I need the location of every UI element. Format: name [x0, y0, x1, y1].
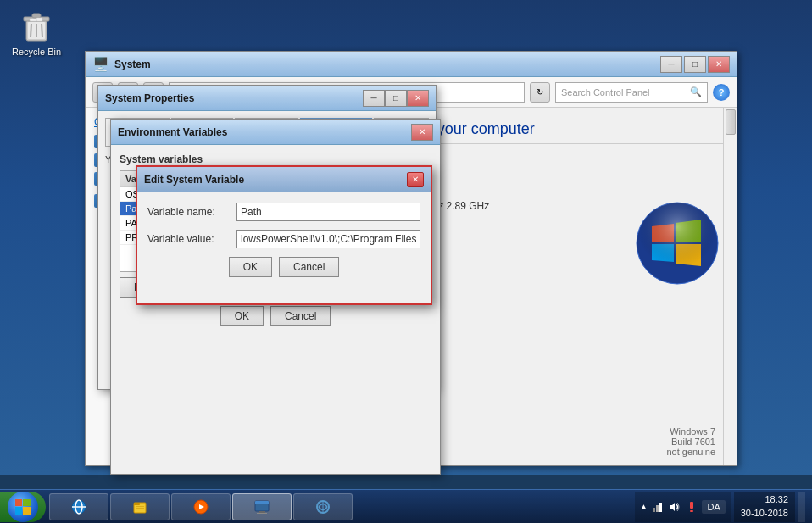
taskbar-item-network[interactable] — [293, 493, 353, 520]
volume-icon — [669, 501, 681, 513]
windows-logo — [635, 201, 720, 286]
editvar-close[interactable]: ✕ — [407, 172, 424, 187]
start-orb — [8, 492, 38, 522]
system-tray: ▲ — [635, 492, 731, 522]
sysprop-title: System Properties — [105, 92, 363, 104]
svg-rect-7 — [30, 19, 36, 21]
taskbar-item-cp[interactable] — [232, 493, 292, 520]
windows-start-logo — [14, 498, 32, 516]
desktop: Recycle Bin 🖥️ System ─ □ ✕ ◀ ▶ ▼ 📁 Cont… — [0, 0, 812, 475]
var-value-input[interactable] — [236, 230, 420, 248]
svg-line-6 — [42, 24, 42, 37]
svg-rect-27 — [656, 505, 659, 512]
sysprop-titlebar: System Properties ─ □ ✕ — [98, 86, 436, 111]
close-button[interactable]: ✕ — [708, 56, 730, 73]
var-name-input[interactable] — [236, 203, 420, 221]
minimize-button[interactable]: ─ — [660, 56, 682, 73]
expand-tray-icon[interactable]: ▲ — [640, 502, 648, 511]
svg-rect-15 — [134, 503, 140, 505]
svg-line-4 — [31, 24, 31, 37]
clock-date: 30-10-2018 — [741, 507, 788, 520]
envvar-title: Environment Variables — [118, 126, 411, 138]
help-button[interactable]: ? — [713, 84, 730, 101]
sysprop-maximize[interactable]: □ — [385, 90, 407, 107]
editvar-cancel-button[interactable]: Cancel — [279, 257, 339, 277]
envvar-close[interactable]: ✕ — [411, 124, 433, 141]
editvar-ok-button[interactable]: OK — [229, 257, 272, 277]
explorer-icon — [131, 498, 148, 515]
svg-rect-21 — [255, 501, 269, 504]
taskbar-item-media[interactable] — [171, 493, 231, 520]
edit-variable-dialog: Edit System Variable ✕ Variable name: Va… — [136, 165, 432, 305]
windows-genuine: not genuine — [667, 447, 716, 457]
system-vars-label: System variables — [120, 153, 431, 165]
editvar-buttons: OK Cancel — [147, 257, 420, 277]
envvar-titlebar: Environment Variables ✕ — [111, 120, 440, 145]
envvar-ok-cancel: OK Cancel — [120, 306, 431, 326]
network-tray-icon — [651, 500, 665, 514]
ie-icon — [70, 498, 87, 515]
network-icon — [314, 498, 331, 515]
search-placeholder: Search Control Panel — [561, 87, 650, 97]
taskbar-lang-clock: DA — [702, 500, 725, 514]
svg-rect-28 — [659, 503, 662, 512]
svg-rect-26 — [653, 508, 655, 512]
taskbar-item-ie[interactable] — [49, 493, 108, 520]
show-desktop-button[interactable] — [798, 492, 805, 522]
svg-rect-23 — [257, 513, 267, 514]
main-scrollbar[interactable] — [723, 108, 737, 465]
svg-rect-16 — [136, 506, 144, 507]
taskbar-item-explorer[interactable] — [110, 493, 170, 520]
editvar-titlebar: Edit System Variable ✕ — [137, 167, 431, 192]
flag-tray-icon — [685, 500, 698, 514]
var-value-label: Variable value: — [147, 233, 236, 245]
svg-marker-29 — [670, 503, 675, 511]
network-status-icon — [652, 501, 664, 513]
envvar-cancel-button[interactable]: Cancel — [270, 306, 331, 326]
editvar-content: Variable name: Variable value: OK Cancel — [137, 192, 431, 287]
cp-title: System — [114, 58, 660, 70]
windows-build-num: Build 7601 — [667, 437, 716, 447]
svg-rect-3 — [32, 14, 41, 18]
windows-info: Windows 7 Build 7601 not genuine — [667, 426, 716, 457]
sysprop-minimize[interactable]: ─ — [363, 90, 385, 107]
start-button[interactable] — [0, 492, 46, 522]
refresh-button[interactable]: ↻ — [530, 82, 550, 103]
editvar-title: Edit System Variable — [144, 174, 407, 186]
cp-title-controls: ─ □ ✕ — [660, 56, 730, 73]
svg-point-10 — [637, 203, 718, 284]
volume-tray-icon[interactable] — [668, 500, 681, 514]
scrollbar-thumb[interactable] — [726, 109, 736, 135]
svg-rect-8 — [36, 18, 42, 21]
svg-rect-22 — [259, 511, 265, 513]
taskbar-right: ▲ — [635, 492, 812, 522]
clock-time: 18:32 — [765, 493, 788, 506]
recycle-bin-icon[interactable]: Recycle Bin — [7, 7, 66, 57]
var-name-label: Variable name: — [147, 206, 236, 218]
svg-rect-30 — [690, 502, 693, 509]
recycle-bin-label: Recycle Bin — [12, 47, 61, 57]
maximize-button[interactable]: □ — [684, 56, 706, 73]
cp-titlebar: 🖥️ System ─ □ ✕ — [86, 52, 737, 77]
media-icon — [192, 498, 209, 515]
windows-build: Windows 7 — [667, 426, 716, 437]
svg-rect-31 — [690, 510, 693, 512]
clock-area[interactable]: 18:32 30-10-2018 — [734, 492, 795, 522]
envvar-ok-button[interactable]: OK — [220, 306, 264, 326]
variable-value-row: Variable value: — [147, 230, 420, 248]
variable-name-row: Variable name: — [147, 203, 420, 221]
alert-icon — [686, 501, 698, 513]
cp-icon — [253, 498, 270, 515]
taskbar: ▲ — [0, 489, 812, 523]
search-field[interactable]: Search Control Panel 🔍 — [555, 82, 708, 103]
language-indicator: DA — [702, 500, 725, 514]
svg-rect-17 — [136, 508, 144, 509]
sysprop-close[interactable]: ✕ — [407, 90, 429, 107]
